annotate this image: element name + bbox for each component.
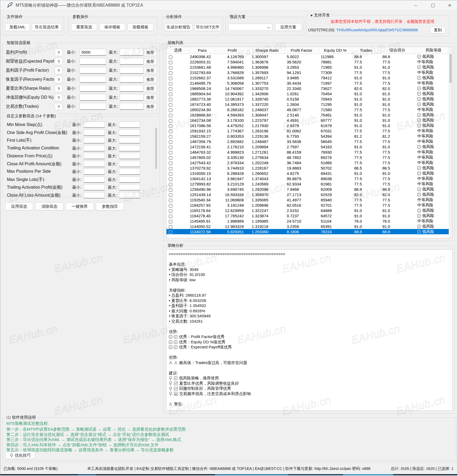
param-min-input[interactable] xyxy=(84,129,105,136)
help-button[interactable]: ? xyxy=(55,76,63,83)
min-input[interactable] xyxy=(80,103,106,110)
load-xml-button[interactable]: 加载XML xyxy=(5,23,30,31)
table-row[interactable]: ✓1464763.324.9998231.27126188.4159769307… xyxy=(166,149,452,155)
table-row[interactable]: ✓1251439.1416.5933341.35897027.171362529… xyxy=(166,192,452,197)
row-select-cell[interactable]: ✓ xyxy=(166,65,190,70)
table-row[interactable]: ✓1165178.6412.6299591.3222472.0152646899… xyxy=(166,208,452,213)
row-select-cell[interactable]: ✓ xyxy=(166,192,190,197)
close-button[interactable]: × xyxy=(441,0,457,10)
table-row[interactable]: ✓1134072.585.8293511.2933608.18067822488… xyxy=(166,229,452,234)
param-max-input[interactable] xyxy=(119,153,140,159)
row-checkbox[interactable]: ✓ xyxy=(169,119,172,123)
param-max-input[interactable] xyxy=(119,129,140,136)
param-max-input[interactable] xyxy=(119,145,140,152)
row-select-cell[interactable]: ✓ xyxy=(166,203,190,207)
recommend-button[interactable]: 推荐 xyxy=(144,103,157,110)
table-row[interactable]: ✓1316050.156.2884281.2806524.62756943191… xyxy=(166,171,452,176)
column-header[interactable]: Sharpe Ratio xyxy=(250,47,285,54)
row-checkbox[interactable]: ✓ xyxy=(169,114,172,117)
row-select-cell[interactable]: ✓ xyxy=(166,150,190,154)
help-button[interactable]: ? xyxy=(55,49,63,56)
preset-scheme-dropdown[interactable] xyxy=(228,24,272,31)
param-max-input[interactable] xyxy=(119,168,140,175)
param-max-input[interactable] xyxy=(119,192,140,198)
row-checkbox[interactable]: ✓ xyxy=(169,199,172,202)
row-select-cell[interactable]: ✓ xyxy=(166,102,190,107)
recommend-button[interactable]: 推荐 xyxy=(144,67,157,74)
row-checkbox[interactable]: ✓ xyxy=(169,172,172,176)
row-checkbox[interactable]: ✓ xyxy=(169,156,172,160)
maximize-button[interactable] xyxy=(424,0,441,10)
row-select-cell[interactable]: ✓ xyxy=(166,187,190,192)
row-checkbox[interactable]: ✓ xyxy=(169,220,172,223)
column-header[interactable]: 风险等级 xyxy=(415,47,452,54)
apply-scheme-button[interactable]: 应用方案 xyxy=(275,23,302,31)
table-row[interactable]: ✓1279993.823.2101291.24356962.9334619817… xyxy=(166,181,452,187)
row-select-cell[interactable]: ✓ xyxy=(166,182,190,186)
recommend-button[interactable]: 推荐 xyxy=(144,49,157,56)
row-select-cell[interactable]: ✓ xyxy=(166,86,190,91)
recommend-button[interactable]: 推荐 xyxy=(144,85,157,92)
row-select-cell[interactable]: ✓ xyxy=(166,214,190,218)
table-row[interactable]: ✓1144050.5212.9833291.3192183.2359653919… xyxy=(166,224,452,229)
table-row[interactable]: ✓1582159.270.8033531.2291366.77935439481… xyxy=(166,133,452,139)
row-checkbox[interactable]: ✓ xyxy=(169,103,172,107)
row-select-cell[interactable]: ✓ xyxy=(166,176,190,181)
param-min-input[interactable] xyxy=(84,161,105,167)
table-row[interactable]: ✓1885904.6410.9043921.3426061.0261704549… xyxy=(166,91,452,96)
row-checkbox[interactable]: ✓ xyxy=(169,215,172,218)
row-checkbox[interactable]: ✓ xyxy=(169,55,172,59)
param-max-input[interactable] xyxy=(119,137,140,144)
row-select-cell[interactable]: ✓ xyxy=(166,145,190,149)
row-checkbox[interactable]: ✓ xyxy=(169,66,172,70)
min-input[interactable] xyxy=(80,94,106,101)
column-header[interactable]: Equity DD % xyxy=(319,47,352,54)
row-checkbox[interactable]: ✓ xyxy=(169,98,172,101)
table-row[interactable]: ✓2153661.484.9969601.3069963.29537196591… xyxy=(166,64,452,70)
row-select-cell[interactable]: ✓ xyxy=(166,76,190,80)
param-min-input[interactable] xyxy=(84,192,105,198)
column-header[interactable]: 选择 xyxy=(166,47,190,54)
table-row[interactable]: ✓2148495.755.3060581.30775330.4434718977… xyxy=(166,80,452,86)
table-row[interactable]: ✓2490396.424.1267691.3005975.00221129858… xyxy=(166,54,452,59)
param-min-input[interactable] xyxy=(84,184,105,191)
help-button[interactable]: ? xyxy=(55,94,63,101)
column-header[interactable]: 综合得分 xyxy=(380,47,415,54)
max-input[interactable] xyxy=(120,94,144,101)
row-checkbox[interactable]: ✓ xyxy=(169,135,172,139)
max-input[interactable] xyxy=(120,85,144,92)
row-checkbox[interactable]: ✓ xyxy=(169,209,172,213)
table-row[interactable]: ✓1184257.933.1912481.20969682.0516527017… xyxy=(166,202,452,208)
row-select-cell[interactable]: ✓ xyxy=(166,161,190,165)
row-select-cell[interactable]: ✓ xyxy=(166,70,190,75)
table-row[interactable]: ✓1145495.911.9989891.19588524.5710511047… xyxy=(166,218,452,224)
min-input[interactable] xyxy=(80,49,106,56)
row-select-cell[interactable]: ✓ xyxy=(166,224,190,229)
row-checkbox[interactable]: ✓ xyxy=(169,93,172,96)
row-select-cell[interactable]: ✓ xyxy=(166,54,190,59)
table-scrollbar-thumb[interactable] xyxy=(450,54,452,83)
param-max-input[interactable] xyxy=(119,122,140,128)
row-checkbox[interactable]: ✓ xyxy=(169,109,172,112)
row-checkbox[interactable]: ✓ xyxy=(169,82,172,85)
row-checkbox[interactable]: ✓ xyxy=(169,130,172,133)
row-checkbox[interactable]: ✓ xyxy=(169,178,172,181)
table-row[interactable]: ✓1642734.083.1781001.2237974.45916077791… xyxy=(166,118,452,123)
recommend-button[interactable]: 推荐 xyxy=(144,76,157,83)
table-row[interactable]: ✓1427543.422.9783341.20224936.7484518667… xyxy=(166,160,452,165)
row-checkbox[interactable]: ✓ xyxy=(169,77,172,80)
row-checkbox[interactable]: ✓ xyxy=(169,188,172,192)
table-row[interactable]: ✓1882773.3612.0619171.3397400.5158709439… xyxy=(166,96,452,102)
recommend-button[interactable]: 推荐 xyxy=(144,94,157,101)
table-row[interactable]: ✓1487356.792.8926821.24848733.5636580457… xyxy=(166,139,452,144)
row-checkbox[interactable]: ✓ xyxy=(169,231,172,234)
custom-params-scrollbar-thumb[interactable] xyxy=(155,128,157,169)
column-header[interactable]: Profit Factor xyxy=(285,47,319,54)
row-select-cell[interactable]: ✓ xyxy=(166,208,190,213)
row-select-cell[interactable]: ✓ xyxy=(166,171,190,176)
row-checkbox[interactable]: ✓ xyxy=(169,124,172,128)
apply-filter-button[interactable]: 应用筛选 xyxy=(5,202,33,210)
row-checkbox[interactable]: ✓ xyxy=(169,146,172,149)
row-select-cell[interactable]: ✓ xyxy=(166,123,190,128)
row-select-cell[interactable]: ✓ xyxy=(166,139,190,144)
